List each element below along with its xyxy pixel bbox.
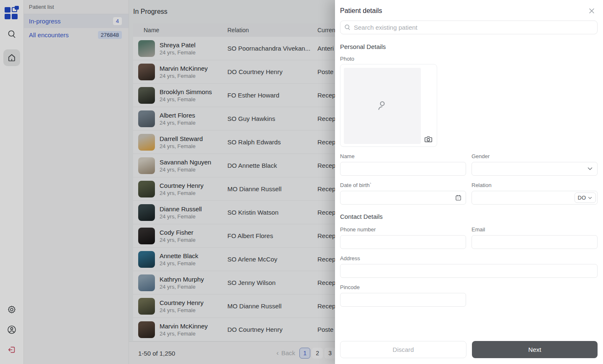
address-field[interactable] xyxy=(340,264,598,278)
discard-button[interactable]: Discard xyxy=(340,341,466,358)
next-button[interactable]: Next xyxy=(472,341,598,358)
dob-field[interactable] xyxy=(340,191,466,205)
name-field[interactable] xyxy=(340,162,466,176)
gender-label: Gender xyxy=(472,153,598,159)
person-icon xyxy=(376,99,389,113)
photo-upload-card[interactable] xyxy=(340,64,437,147)
personal-details-heading: Personal Details xyxy=(340,43,598,50)
close-button[interactable] xyxy=(587,6,597,16)
search-icon xyxy=(344,24,351,31)
photo-placeholder xyxy=(344,68,421,144)
chevron-down-icon xyxy=(587,165,593,172)
relation-label: Relation xyxy=(472,182,598,188)
email-field[interactable] xyxy=(472,235,598,249)
pincode-field[interactable] xyxy=(340,293,466,307)
search-input[interactable] xyxy=(340,21,598,34)
relation-type-dropdown[interactable]: DO xyxy=(575,192,596,203)
camera-icon xyxy=(424,135,433,144)
patient-details-drawer: Patient details Personal Details Photo xyxy=(335,0,603,364)
name-label: Name xyxy=(340,153,466,159)
photo-label: Photo xyxy=(340,56,598,62)
contact-details-heading: Contact Details xyxy=(340,213,598,220)
drawer-title: Patient details xyxy=(340,7,382,15)
pincode-label: Pincode xyxy=(340,284,598,290)
calendar-icon[interactable] xyxy=(455,194,462,201)
chevron-down-icon xyxy=(588,195,593,200)
address-label: Address xyxy=(340,255,598,261)
email-label: Email xyxy=(472,226,598,233)
dob-label: Date of birth` xyxy=(340,182,466,188)
search-existing-patient xyxy=(340,21,598,34)
close-icon xyxy=(588,8,595,14)
phone-field[interactable] xyxy=(340,235,466,249)
phone-label: Phone number xyxy=(340,226,466,233)
relation-type-value: DO xyxy=(578,195,586,201)
gender-select[interactable] xyxy=(472,162,598,176)
camera-button[interactable] xyxy=(424,135,433,144)
